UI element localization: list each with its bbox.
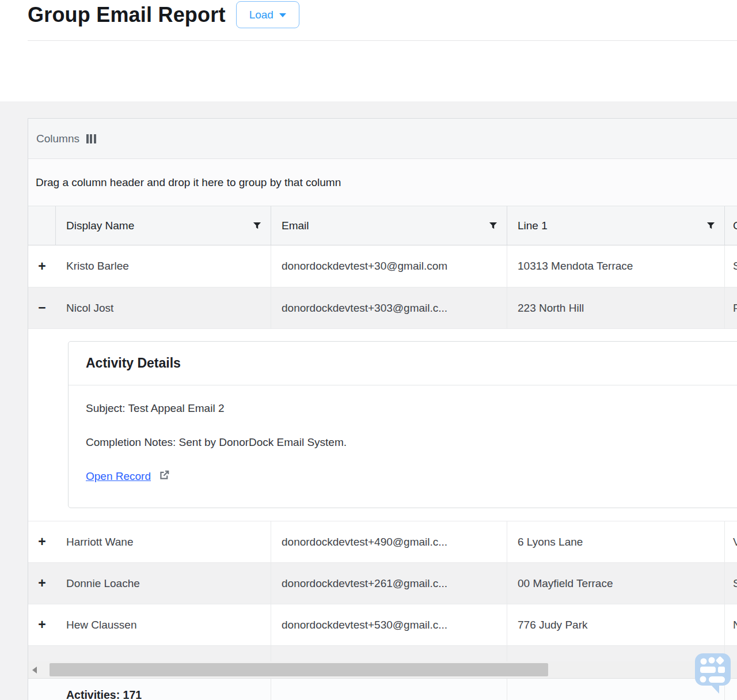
feedback-chat-icon[interactable]: [694, 652, 732, 694]
activity-details-title: Activity Details: [86, 355, 181, 370]
header-cell-display-name[interactable]: Display Name: [56, 206, 271, 245]
activity-details-header: Activity Details: [69, 342, 737, 385]
grid-panel: Columns Drag a column header and drop it…: [28, 118, 737, 700]
email-cell: donordockdevtest+530@gmail.c...: [271, 604, 507, 645]
line1-cell: 00 Mayfield Terrace: [507, 563, 725, 604]
display-name-cell: Harriott Wane: [56, 521, 271, 562]
external-link-icon: [158, 468, 171, 484]
header-label: Email: [282, 220, 489, 232]
filter-funnel-icon[interactable]: [253, 221, 261, 230]
load-button[interactable]: Load: [236, 1, 299, 28]
table-row: − Nicol Jost donordockdevtest+303@gmail.…: [28, 287, 737, 328]
email-cell: donordockdevtest+30@gmail.com: [271, 245, 507, 287]
scroll-left-arrow-icon[interactable]: [28, 667, 41, 673]
header-cell-email[interactable]: Email: [271, 206, 507, 245]
table-row-clipped: [28, 645, 737, 661]
filter-funnel-icon[interactable]: [706, 221, 715, 230]
page-header: Group Email Report Load: [28, 1, 299, 28]
header-divider: [28, 40, 737, 41]
city-cell-partial: S: [725, 563, 737, 604]
activity-details-card: Activity Details Subject: Test Appeal Em…: [68, 341, 737, 508]
columns-label: Columns: [36, 133, 79, 145]
activity-details-body: Subject: Test Appeal Email 2 Completion …: [69, 385, 737, 500]
email-cell: donordockdevtest+261@gmail.c...: [271, 563, 507, 604]
table-row: + Harriott Wane donordockdevtest+490@gma…: [28, 521, 737, 562]
load-button-label: Load: [249, 9, 273, 21]
scrollbar-thumb[interactable]: [50, 663, 548, 676]
table-row: + Hew Claussen donordockdevtest+530@gmai…: [28, 604, 737, 645]
header-label: Line 1: [518, 220, 706, 232]
city-cell-partial: S: [725, 245, 737, 287]
header-label: C: [733, 220, 737, 232]
page-title: Group Email Report: [28, 3, 226, 27]
table-row: + Donnie Loache donordockdevtest+261@gma…: [28, 562, 737, 604]
table-header-row: Display Name Email Line 1: [28, 206, 737, 245]
activity-subject: Subject: Test Appeal Email 2: [86, 401, 737, 416]
expander-header-cell: [28, 206, 56, 245]
expand-row-button[interactable]: +: [38, 260, 45, 273]
city-cell-partial: P: [725, 287, 737, 328]
open-record-label: Open Record: [86, 470, 151, 483]
email-cell: donordockdevtest+303@gmail.c...: [271, 287, 507, 328]
line1-cell: 223 North Hill: [507, 287, 725, 328]
horizontal-scrollbar[interactable]: [28, 661, 737, 678]
content-area: Columns Drag a column header and drop it…: [0, 101, 737, 700]
email-cell: donordockdevtest+490@gmail.c...: [271, 521, 507, 562]
city-cell-partial: N: [725, 604, 737, 645]
header-label: Display Name: [66, 220, 253, 232]
table-footer-row: Activities: 171: [28, 678, 737, 700]
detail-row: Activity Details Subject: Test Appeal Em…: [28, 328, 737, 521]
line1-cell: 10313 Mendota Terrace: [507, 245, 725, 287]
display-name-cell: Kristo Barlee: [56, 245, 271, 287]
filter-funnel-icon[interactable]: [489, 221, 497, 230]
line1-cell: 6 Lyons Lane: [507, 521, 725, 562]
columns-icon[interactable]: [86, 134, 96, 143]
expand-row-button[interactable]: +: [38, 535, 45, 548]
expand-row-button[interactable]: +: [38, 618, 45, 631]
caret-down-icon: [279, 13, 286, 17]
group-by-drop-zone: Drag a column header and drop it here to…: [28, 159, 737, 206]
header-cell-next-column[interactable]: C: [725, 206, 737, 245]
grid-toolbar: Columns: [28, 119, 737, 159]
open-record-link[interactable]: Open Record: [86, 468, 171, 484]
display-name-cell: Hew Claussen: [56, 604, 271, 645]
header-cell-line-1[interactable]: Line 1: [507, 206, 725, 245]
city-cell-partial: V: [725, 521, 737, 562]
page: Group Email Report Load Columns Drag a c…: [0, 0, 737, 700]
line1-cell: 776 Judy Park: [507, 604, 725, 645]
activities-count: Activities: 171: [56, 679, 271, 700]
activity-completion-notes: Completion Notes: Sent by DonorDock Emai…: [86, 435, 737, 450]
expand-row-button[interactable]: +: [38, 577, 45, 590]
table-row: + Kristo Barlee donordockdevtest+30@gmai…: [28, 245, 737, 287]
display-name-cell: Nicol Jost: [56, 287, 271, 328]
collapse-row-button[interactable]: −: [38, 301, 45, 315]
display-name-cell: Donnie Loache: [56, 563, 271, 604]
